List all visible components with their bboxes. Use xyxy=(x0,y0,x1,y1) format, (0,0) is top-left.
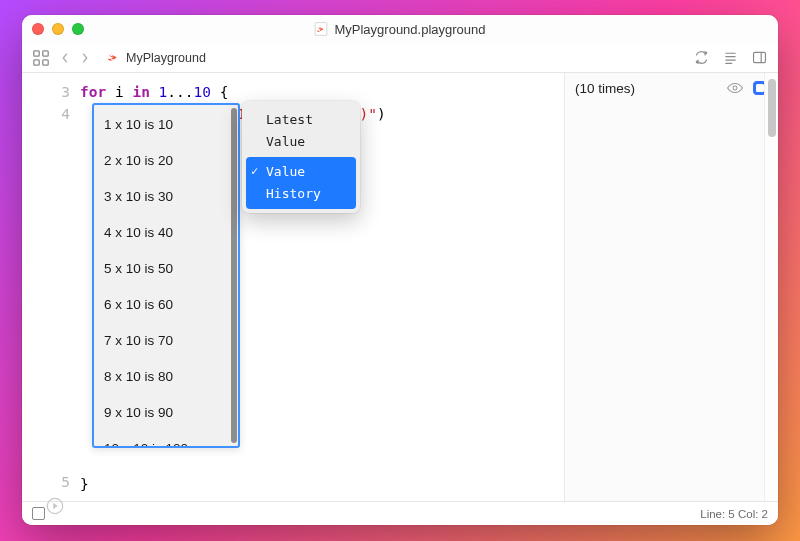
svg-rect-14 xyxy=(756,84,764,92)
panels-icon[interactable] xyxy=(751,49,768,66)
history-item[interactable]: 7 x 10 is 70 xyxy=(94,323,232,359)
line-number: 5 xyxy=(22,471,70,493)
svg-rect-9 xyxy=(754,52,766,62)
app-window: MyPlayground.playground MyPlayground 3 4… xyxy=(22,15,778,525)
sidebar-scroll-track[interactable] xyxy=(764,73,778,501)
quicklook-icon[interactable] xyxy=(726,82,744,94)
sidebar-scroll-thumb[interactable] xyxy=(768,79,776,137)
lines-icon[interactable] xyxy=(722,49,739,66)
result-text: (10 times) xyxy=(575,81,635,96)
history-item[interactable]: 6 x 10 is 60 xyxy=(94,287,232,323)
line-number: 3 xyxy=(22,81,70,103)
history-item[interactable]: 8 x 10 is 80 xyxy=(94,359,232,395)
history-item[interactable]: 3 x 10 is 30 xyxy=(94,179,232,215)
line-number: 4 xyxy=(22,103,70,125)
menu-latest-value[interactable]: Latest Value xyxy=(246,105,356,157)
context-menu: Latest Value Value History xyxy=(242,101,360,213)
window-title-text: MyPlayground.playground xyxy=(334,22,485,37)
zoom-window-button[interactable] xyxy=(72,23,84,35)
titlebar: MyPlayground.playground xyxy=(22,15,778,43)
swift-icon xyxy=(106,50,121,65)
history-item[interactable]: 1 x 10 is 10 xyxy=(94,107,232,143)
breadcrumb[interactable]: MyPlayground xyxy=(106,50,206,65)
toolbar: MyPlayground xyxy=(22,43,778,73)
run-to-line-icon[interactable] xyxy=(22,497,70,515)
code-editor[interactable]: 3 4 5 for i in 1...10 { print("\(i) x 10… xyxy=(22,73,564,501)
svg-rect-3 xyxy=(34,59,39,64)
value-history-popup[interactable]: 1 x 10 is 10 2 x 10 is 20 3 x 10 is 30 4… xyxy=(92,103,240,448)
history-item[interactable]: 4 x 10 is 40 xyxy=(94,215,232,251)
close-window-button[interactable] xyxy=(32,23,44,35)
history-item[interactable]: 9 x 10 is 90 xyxy=(94,395,232,431)
status-bar: Line: 5 Col: 2 xyxy=(22,501,778,525)
nav-back-button[interactable] xyxy=(60,52,70,64)
menu-value-history[interactable]: Value History xyxy=(246,157,356,209)
window-controls xyxy=(32,23,84,35)
nav-forward-button[interactable] xyxy=(80,52,90,64)
minimize-window-button[interactable] xyxy=(52,23,64,35)
line-gutter: 3 4 5 xyxy=(22,73,78,501)
breadcrumb-label: MyPlayground xyxy=(126,51,206,65)
svg-point-12 xyxy=(733,86,737,90)
window-title: MyPlayground.playground xyxy=(314,22,485,37)
history-item[interactable]: 10 x 10 is 100 xyxy=(94,431,232,446)
cursor-position: Line: 5 Col: 2 xyxy=(700,508,768,520)
refresh-icon[interactable] xyxy=(693,49,710,66)
results-sidebar: (10 times) xyxy=(564,73,778,501)
editor-area: 3 4 5 for i in 1...10 { print("\(i) x 10… xyxy=(22,73,778,501)
svg-rect-4 xyxy=(43,59,48,64)
history-item[interactable]: 2 x 10 is 20 xyxy=(94,143,232,179)
swift-file-icon xyxy=(314,22,328,36)
svg-rect-1 xyxy=(34,50,39,55)
related-items-icon[interactable] xyxy=(32,49,50,67)
history-item[interactable]: 5 x 10 is 50 xyxy=(94,251,232,287)
result-row[interactable]: (10 times) xyxy=(565,73,778,95)
popup-scrollbar[interactable] xyxy=(231,108,237,443)
code-content[interactable]: for i in 1...10 { print("\(i) x 10 is \(… xyxy=(78,73,564,501)
svg-rect-2 xyxy=(43,50,48,55)
